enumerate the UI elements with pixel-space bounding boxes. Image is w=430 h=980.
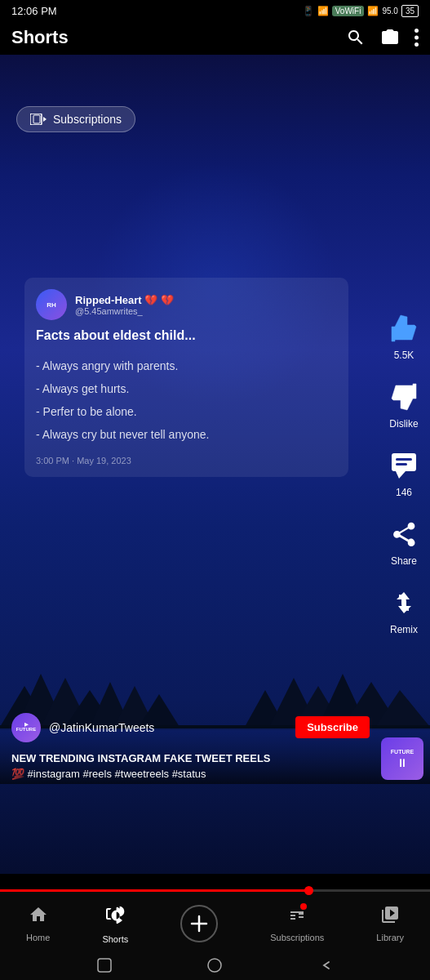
comment-count: 146 (396, 487, 412, 498)
progress-bar-fill (0, 889, 309, 892)
channel-name: @JatinKumarTweets (49, 721, 287, 734)
android-recents-btn[interactable] (314, 954, 337, 977)
svg-marker-21 (43, 117, 47, 122)
tweet-card: RH Ripped-Heart 💔 💔 @5.45amwrites_ Facts… (24, 278, 348, 477)
dislike-icon (386, 379, 422, 415)
nav-item-shorts[interactable]: Shorts (91, 900, 140, 947)
create-icon (180, 905, 218, 942)
subscriptions-pill-label: Subscriptions (53, 113, 122, 126)
side-actions: 5.5K Dislike 146 (386, 310, 422, 635)
bottom-nav: Home Shorts (0, 892, 430, 980)
search-button[interactable] (346, 28, 366, 47)
thumbnail-text: FUTURE (391, 749, 414, 755)
top-nav-icons (346, 28, 419, 47)
subscriptions-nav-label: Subscriptions (270, 933, 324, 942)
android-home-btn[interactable] (203, 954, 226, 977)
tweet-handle: @5.45amwrites_ (75, 306, 174, 316)
shorts-label: Shorts (102, 934, 128, 944)
svg-marker-23 (396, 471, 406, 479)
nav-item-home[interactable]: Home (15, 902, 61, 946)
comment-button[interactable]: 146 (386, 448, 422, 498)
bottom-info: ▶ FUTURE @JatinKumarTweets Subscribe NEW… (0, 713, 381, 781)
svg-point-2 (414, 42, 419, 47)
home-label: Home (26, 933, 50, 942)
nav-item-create[interactable] (169, 902, 229, 946)
svg-point-1 (414, 36, 419, 40)
top-nav: Shorts (0, 20, 430, 55)
home-icon (29, 905, 48, 929)
like-count: 5.5K (394, 350, 414, 361)
comment-icon (386, 448, 422, 483)
tweet-title: Facts about eldest child... (36, 328, 337, 343)
remix-icon (386, 585, 422, 621)
progress-bar-container[interactable] (0, 889, 430, 892)
library-icon (380, 905, 400, 929)
fact-4: - Always cry but never tell anyone. (36, 423, 337, 446)
dislike-button[interactable]: Dislike (386, 379, 422, 430)
svg-point-27 (208, 959, 221, 972)
like-button[interactable]: 5.5K (386, 310, 422, 361)
share-icon (386, 516, 422, 552)
fact-2: - Always get hurts. (36, 377, 337, 400)
tweet-username: Ripped-Heart 💔 💔 (75, 294, 174, 306)
android-nav (0, 951, 430, 980)
subscribe-button[interactable]: Subscribe (295, 716, 370, 738)
video-hashtags: 💯 #instagram #reels #tweetreels #status (11, 768, 370, 780)
channel-row: ▶ FUTURE @JatinKumarTweets Subscribe (11, 713, 370, 742)
svg-rect-24 (396, 458, 412, 461)
like-icon (386, 310, 422, 346)
remix-button[interactable]: Remix (386, 585, 422, 635)
status-bar: 12:06 PM 📱 📶 VoWiFi 📶 95.0 35 (0, 0, 430, 20)
remix-label: Remix (390, 624, 418, 635)
video-description: NEW TRENDING INSTAGRAM FAKE TWEET REELS (11, 751, 370, 767)
library-label: Library (376, 933, 404, 942)
channel-avatar-text: ▶ FUTURE (16, 722, 36, 733)
shorts-icon (104, 903, 126, 931)
thumbnail-icon: ⏸ (397, 756, 408, 769)
svg-rect-20 (33, 115, 40, 123)
tweet-user-info: Ripped-Heart 💔 💔 @5.45amwrites_ (75, 294, 174, 316)
share-label: Share (391, 555, 417, 567)
subscriptions-pill[interactable]: Subscriptions (16, 106, 135, 132)
nav-item-library[interactable]: Library (365, 902, 415, 946)
svg-rect-22 (392, 453, 416, 471)
bottom-nav-items: Home Shorts (0, 892, 430, 951)
svg-rect-25 (396, 463, 407, 466)
tweet-header: RH Ripped-Heart 💔 💔 @5.45amwrites_ (36, 289, 337, 320)
share-button[interactable]: Share (386, 516, 422, 567)
android-back-btn[interactable] (93, 954, 116, 977)
fact-1: - Always angry with parents. (36, 354, 337, 377)
svg-rect-26 (98, 959, 111, 972)
tweet-avatar: RH (36, 289, 67, 320)
time-display: 12:06 PM (11, 5, 57, 17)
camera-button[interactable] (380, 28, 400, 47)
video-container: Subscriptions RH Ripped-Heart 💔 💔 @5.45a… (0, 0, 430, 874)
nav-item-subscriptions[interactable]: Subscriptions (259, 902, 335, 946)
status-icons: 📱 📶 VoWiFi 📶 95.0 35 (303, 5, 419, 17)
channel-avatar: ▶ FUTURE (11, 713, 41, 742)
tweet-timestamp: 3:00 PM · May 19, 2023 (36, 456, 337, 466)
thumbnail-preview[interactable]: FUTURE ⏸ (381, 737, 423, 780)
tweet-facts: - Always angry with parents. - Always ge… (36, 354, 337, 446)
fact-3: - Perfer to be alone. (36, 400, 337, 423)
dislike-label: Dislike (389, 418, 418, 430)
svg-point-0 (414, 29, 419, 33)
more-options-button[interactable] (414, 29, 419, 47)
page-title: Shorts (11, 27, 346, 48)
